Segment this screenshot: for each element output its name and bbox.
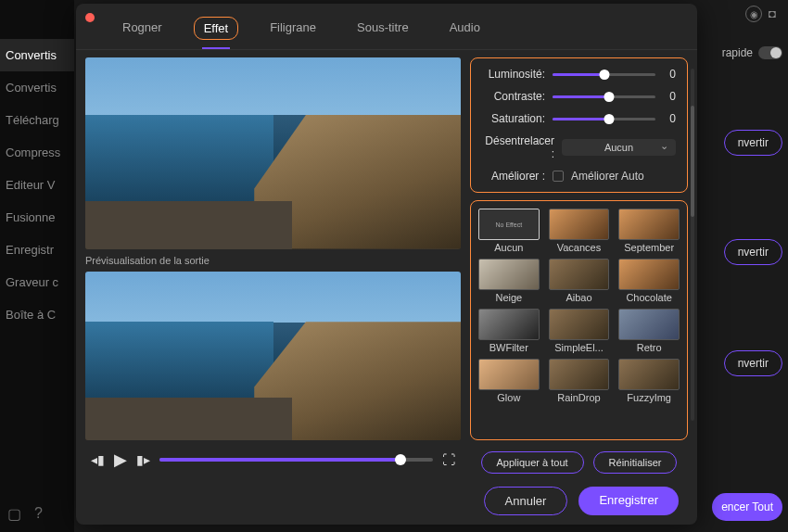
effect-dialog: Rogner Effet Filigrane Sous-titre Audio … xyxy=(76,4,697,525)
sidebar-item[interactable]: Boîte à C xyxy=(0,298,74,331)
playback-controls: ◂▮ ▶ ▮▸ ⛶ xyxy=(85,446,461,474)
sidebar-item[interactable]: Graveur c xyxy=(0,266,74,298)
settings-column: Luminosité: 0 Contraste: 0 Saturation: 0… xyxy=(470,57,688,474)
effect-label: Chocolate xyxy=(618,292,680,303)
effect-thumb xyxy=(549,309,610,340)
effect-label: SimpleEl... xyxy=(549,342,610,353)
effect-glow[interactable]: Glow xyxy=(478,359,540,403)
luminosite-slider[interactable] xyxy=(553,73,655,76)
effect-simpleel...[interactable]: SimpleEl... xyxy=(549,309,610,353)
reset-button[interactable]: Réinitialiser xyxy=(593,451,678,474)
effect-label: Aibao xyxy=(549,292,610,303)
effect-chocolate[interactable]: Chocolate xyxy=(618,259,680,303)
tab-effet[interactable]: Effet xyxy=(194,17,239,40)
effect-label: Glow xyxy=(478,392,540,403)
tab-bar: Rogner Effet Filigrane Sous-titre Audio xyxy=(76,4,697,50)
feedback-icon[interactable]: ◘ xyxy=(769,6,783,21)
bg-convert-button-3[interactable]: nvertir xyxy=(724,350,782,376)
enhance-auto-checkbox[interactable] xyxy=(553,171,564,182)
tab-audio[interactable]: Audio xyxy=(440,17,489,40)
effect-thumb xyxy=(478,309,540,340)
deinterlace-select[interactable]: Aucun xyxy=(562,139,676,156)
output-preview-label: Prévisualisation de la sortie xyxy=(85,255,461,266)
effect-thumb xyxy=(618,259,680,290)
cancel-button[interactable]: Annuler xyxy=(484,487,568,515)
luminosite-label: Luminosité: xyxy=(482,68,545,81)
enhance-auto-label: Améliorer Auto xyxy=(571,170,644,183)
effect-thumb xyxy=(618,309,680,340)
tab-rogner[interactable]: Rogner xyxy=(113,17,172,40)
effect-label: Retro xyxy=(618,342,680,353)
book-icon[interactable]: ▢ xyxy=(7,505,21,523)
output-preview xyxy=(85,272,461,441)
prev-frame-button[interactable]: ◂▮ xyxy=(91,452,105,467)
effect-thumb xyxy=(618,209,680,240)
deinterlace-label: Désentrelacer : xyxy=(482,134,554,160)
effect-label: Aucun xyxy=(478,242,540,253)
effect-label: RainDrop xyxy=(549,392,610,403)
sidebar-item[interactable]: Compress xyxy=(0,136,74,169)
effect-fuzzyimg[interactable]: FuzzyImg xyxy=(618,359,680,403)
original-preview xyxy=(85,57,461,249)
effect-thumb xyxy=(478,259,540,290)
adjust-panel: Luminosité: 0 Contraste: 0 Saturation: 0… xyxy=(470,57,688,193)
bg-convert-button-1[interactable]: nvertir xyxy=(724,130,782,156)
contraste-label: Contraste: xyxy=(482,90,545,103)
effect-aibao[interactable]: Aibao xyxy=(549,259,610,303)
effects-panel: No EffectAucunVacancesSeptemberNeigeAiba… xyxy=(470,200,688,440)
sidebar-item[interactable]: Convertis xyxy=(0,71,74,104)
saturation-value: 0 xyxy=(663,112,676,125)
effect-thumb xyxy=(549,259,610,290)
effect-thumb xyxy=(549,209,610,240)
sidebar-item[interactable]: Enregistr xyxy=(0,234,74,266)
avatar-icon[interactable]: ◉ xyxy=(745,6,762,22)
contraste-value: 0 xyxy=(663,90,676,103)
effect-bwfilter[interactable]: BWFilter xyxy=(478,309,540,353)
luminosite-value: 0 xyxy=(663,68,676,81)
help-icon[interactable]: ? xyxy=(34,505,43,523)
tab-soustitre[interactable]: Sous-titre xyxy=(348,17,418,40)
rapide-toggle[interactable] xyxy=(758,46,782,59)
effect-label: Vacances xyxy=(549,242,610,253)
sidebar-bottom: ▢ ? xyxy=(7,505,43,523)
effect-thumb xyxy=(478,359,540,390)
sidebar-item[interactable]: Télécharg xyxy=(0,104,74,136)
sidebar-item[interactable]: Fusionne xyxy=(0,201,74,234)
effect-label: September xyxy=(618,242,680,253)
bg-convert-all-button[interactable]: encer Tout xyxy=(712,493,782,521)
effect-label: Neige xyxy=(478,292,540,303)
effect-raindrop[interactable]: RainDrop xyxy=(549,359,610,403)
saturation-slider[interactable] xyxy=(553,118,655,120)
effect-thumb xyxy=(618,359,680,390)
sidebar-item[interactable]: Editeur V xyxy=(0,169,74,201)
timeline-slider[interactable] xyxy=(159,458,433,462)
effect-label: FuzzyImg xyxy=(618,392,680,403)
rapide-toggle-row: rapide xyxy=(722,46,782,59)
preview-column: Prévisualisation de la sortie ◂▮ ▶ ▮▸ ⛶ xyxy=(85,57,461,474)
bg-right-column: ◉ ◘ rapide nvertir nvertir nvertir encer… xyxy=(705,0,788,532)
effect-neige[interactable]: Neige xyxy=(478,259,540,303)
effect-retro[interactable]: Retro xyxy=(618,309,680,353)
apply-all-button[interactable]: Appliquer à tout xyxy=(481,451,584,474)
contraste-slider[interactable] xyxy=(553,95,655,98)
effect-september[interactable]: September xyxy=(618,209,680,253)
bg-convert-button-2[interactable]: nvertir xyxy=(724,239,782,265)
tab-filigrane[interactable]: Filigrane xyxy=(261,17,325,40)
saturation-label: Saturation: xyxy=(482,112,545,125)
dialog-footer: Annuler Enregistrer xyxy=(76,477,697,525)
fullscreen-icon[interactable]: ⛶ xyxy=(442,452,455,467)
dialog-scrollbar[interactable] xyxy=(691,69,694,421)
rapide-label: rapide xyxy=(722,46,753,59)
save-button[interactable]: Enregistrer xyxy=(578,487,679,515)
play-button[interactable]: ▶ xyxy=(114,450,127,470)
close-icon[interactable] xyxy=(85,13,95,22)
next-frame-button[interactable]: ▮▸ xyxy=(136,452,150,467)
enhance-label: Améliorer : xyxy=(482,170,545,183)
effect-aucun[interactable]: No EffectAucun xyxy=(478,209,540,253)
effect-thumb: No Effect xyxy=(478,209,540,240)
sidebar-item[interactable]: Convertis xyxy=(0,39,74,71)
bg-sidebar: ConvertisConvertisTéléchargCompressEdite… xyxy=(0,0,74,532)
effect-thumb xyxy=(549,359,610,390)
effect-label: BWFilter xyxy=(478,342,540,353)
effect-vacances[interactable]: Vacances xyxy=(549,209,610,253)
